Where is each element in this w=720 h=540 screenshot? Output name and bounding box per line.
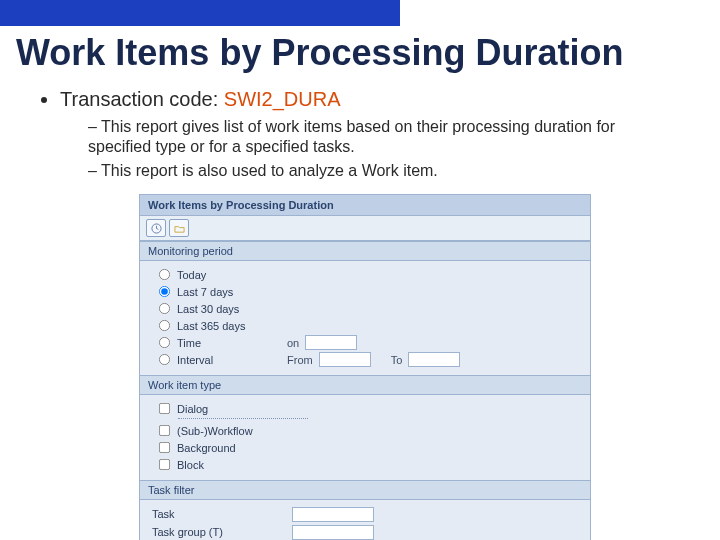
input-from[interactable] [319, 352, 371, 367]
sub-bullets: This report gives list of work items bas… [88, 117, 680, 181]
page-title: Work Items by Processing Duration [16, 32, 720, 74]
label-last30: Last 30 days [177, 303, 239, 315]
label-last365: Last 365 days [177, 320, 246, 332]
monitoring-header: Monitoring period [140, 241, 590, 261]
bullet-list: Transaction code: SWI2_DURA This report … [60, 88, 680, 181]
check-subwf[interactable] [159, 425, 170, 436]
radio-time[interactable] [159, 337, 170, 348]
filter-body: Task Task group (T) Task group (TG) Appl… [140, 500, 590, 540]
folder-icon [174, 223, 185, 234]
tcode-label: Transaction code: [60, 88, 218, 110]
witype-body: Dialog (Sub-)Workflow Background Block [140, 395, 590, 480]
label-today: Today [177, 269, 206, 281]
radio-last30[interactable] [159, 303, 170, 314]
sub-bullet-1: This report gives list of work items bas… [88, 117, 680, 157]
clock-icon [151, 223, 162, 234]
input-time-on[interactable] [305, 335, 357, 350]
tcode-value: SWI2_DURA [224, 88, 341, 110]
label-interval: Interval [177, 354, 267, 366]
radio-interval[interactable] [159, 354, 170, 365]
sap-panel: Work Items by Processing Duration Monito… [140, 195, 590, 540]
label-background: Background [177, 442, 236, 454]
witype-header: Work item type [140, 375, 590, 395]
filter-header: Task filter [140, 480, 590, 500]
slide-accent-bar [0, 0, 400, 26]
check-background[interactable] [159, 442, 170, 453]
input-tg-t[interactable] [292, 525, 374, 540]
label-block: Block [177, 459, 204, 471]
variant-button[interactable] [169, 219, 189, 237]
label-tg-t: Task group (T) [150, 526, 292, 538]
radio-last365[interactable] [159, 320, 170, 331]
label-task: Task [150, 508, 292, 520]
input-task[interactable] [292, 507, 374, 522]
label-subwf: (Sub-)Workflow [177, 425, 253, 437]
execute-button[interactable] [146, 219, 166, 237]
radio-last7[interactable] [159, 286, 170, 297]
check-dialog[interactable] [159, 403, 170, 414]
label-on: on [287, 337, 299, 349]
sap-toolbar [140, 216, 590, 241]
input-to[interactable] [408, 352, 460, 367]
sub-bullet-2: This report is also used to analyze a Wo… [88, 161, 680, 181]
label-time: Time [177, 337, 267, 349]
label-to: To [391, 354, 403, 366]
monitoring-body: Today Last 7 days Last 30 days Last 365 … [140, 261, 590, 375]
label-dialog: Dialog [177, 403, 208, 415]
check-block[interactable] [159, 459, 170, 470]
bullet-tcode: Transaction code: SWI2_DURA This report … [60, 88, 680, 181]
divider-dotted [178, 418, 308, 419]
radio-today[interactable] [159, 269, 170, 280]
label-from: From [287, 354, 313, 366]
sap-panel-title: Work Items by Processing Duration [140, 195, 590, 216]
label-last7: Last 7 days [177, 286, 233, 298]
